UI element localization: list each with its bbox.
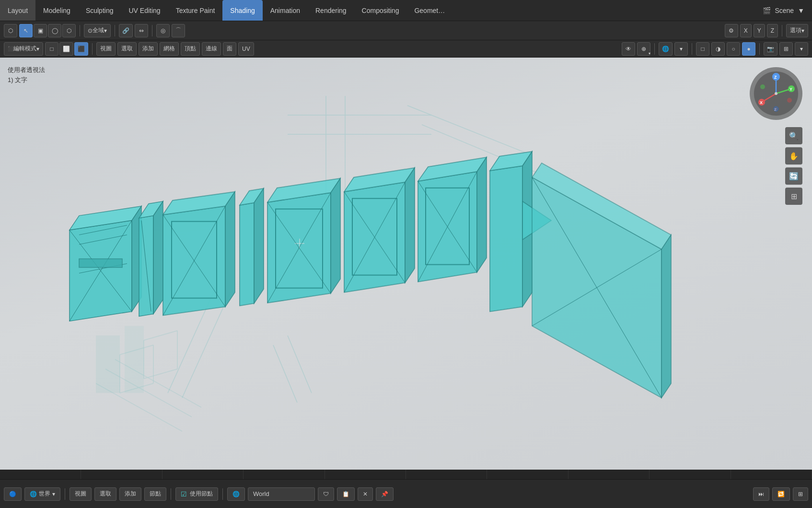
editor-type-btn[interactable]: ⬡ [4,24,17,37]
viewport-eye-btn[interactable]: 👁 [622,42,635,56]
mirror-btn[interactable]: ⇔ [135,24,148,37]
svg-marker-23 [153,201,163,314]
viewport-right-buttons: 🔍 ✋ 🔄 ⊞ [785,127,802,205]
options-btn[interactable]: 選項 ▾ [786,24,808,37]
vertex-btn[interactable]: 頂點 [181,42,200,56]
grid-col-7 [487,470,568,479]
xyz-x-btn[interactable]: X [740,24,752,37]
xyz-z-btn[interactable]: Z [767,24,778,37]
add-btn[interactable]: 添加 [139,42,158,56]
select-cursor-btn[interactable]: ↖ [19,24,33,37]
more-btn[interactable]: ▾ [795,42,808,56]
select-btn[interactable]: 選取 [117,42,137,56]
svg-marker-27 [225,192,235,307]
viewport-overlay-btn[interactable]: ⊕ ▾ [637,42,650,56]
copy-btn[interactable]: 📋 [337,487,355,501]
bottom-node-btn[interactable]: 節點 [144,487,166,501]
toolbar-row1: ⬡ ↖ ▣ ◯ ⬡ ⊙ 全域 ▾ 🔗 ⇔ ◎ ⌒ ⚙ X Y Z 選項 ▾ [0,21,812,40]
view-btn[interactable]: 視圖 [96,42,116,56]
sep7 [692,43,692,55]
shading-render-btn[interactable]: ● [742,42,755,56]
grid-timeline-area [0,470,812,479]
pan-view-btn[interactable]: ✋ [785,147,802,165]
shading-solid-btn[interactable]: ◑ [711,42,725,56]
shading-mat-btn[interactable]: ○ [727,42,740,56]
main-viewport[interactable]: 使用者透視法 1) 文字 [0,58,812,479]
world-name-text: World [253,490,269,497]
bottom-sep3 [222,488,223,500]
pin-btn[interactable]: 📌 [376,487,394,501]
scene-button[interactable]: 🎬 Scene ▼ [763,7,812,14]
svg-marker-67 [144,331,177,378]
grid-toggle-btn[interactable]: ⊞ [779,42,793,56]
world-sphere-btn[interactable]: 🌐 世界 ▾ [24,487,60,501]
menu-item-geomet[interactable]: Geomet… [406,0,452,21]
edit-mode-dropdown[interactable]: ⬛ 編輯模式 ▾ [4,42,43,56]
svg-line-6 [273,345,297,402]
mesh-display-group: □ ⬜ ⬛ [45,42,88,56]
proportional-edit-btn[interactable]: ⊙ 全域 ▾ [84,24,111,37]
face-mode-btn[interactable]: ⬛ [74,42,88,56]
edge-btn[interactable]: 邊線 [202,42,221,56]
svg-text:Z: Z [774,107,777,112]
use-nodes-label: 使用節點 [190,490,213,498]
top-menu-bar: Layout Modeling Sculpting UV Editing Tex… [0,0,812,21]
sep6 [654,43,655,55]
sep8 [759,43,760,55]
grid-col-6 [406,470,487,479]
uv-btn[interactable]: UV [238,42,254,56]
gizmo-btn[interactable]: ⚙ [725,24,738,37]
menu-item-sculpting[interactable]: Sculpting [78,0,121,21]
mesh-btn[interactable]: 網格 [160,42,179,56]
select-box-btn[interactable]: ▣ [34,24,47,37]
menu-item-uv-editing[interactable]: UV Editing [121,0,168,21]
shield-btn[interactable]: 🛡 [318,487,334,501]
world-label: 世界 [39,490,50,498]
edge-mode-btn[interactable]: ⬜ [59,42,73,56]
perspective-label: 使用者透視法 [8,65,45,75]
bottom-view-btn[interactable]: 視圖 [70,487,92,501]
falloff-btn[interactable]: ⌒ [172,24,185,37]
world-name-input[interactable]: World [248,487,315,501]
menu-item-rendering[interactable]: Rendering [308,0,354,21]
select-circle-btn[interactable]: ◯ [48,24,61,37]
grid-col-2 [81,470,162,479]
vertex-mode-btn[interactable]: □ [45,42,58,56]
snap-btn[interactable]: 🔗 [119,24,133,37]
menu-item-modeling[interactable]: Modeling [35,0,78,21]
pivot-btn[interactable]: ◎ [156,24,170,37]
viewport-shading-arrow[interactable]: ▾ [674,42,688,56]
toolbar-row2: ⬛ 編輯模式 ▾ □ ⬜ ⬛ 視圖 選取 添加 網格 頂點 邊線 面 UV 👁 … [0,40,812,58]
camera-btn[interactable]: 📷 [764,42,777,56]
menu-item-compositing[interactable]: Compositing [354,0,407,21]
close-btn[interactable]: ✕ [358,487,373,501]
xyz-y-btn[interactable]: Y [754,24,765,37]
more-settings-btn[interactable]: ⊞ [793,487,808,501]
svg-text:Z: Z [774,75,777,80]
face-btn[interactable]: 面 [223,42,236,56]
viewport-info: 使用者透視法 1) 文字 [8,65,45,85]
toggle-grid-btn[interactable]: ⊞ [785,188,802,205]
svg-marker-44 [405,168,415,283]
shading-wire-btn[interactable]: □ [696,42,709,56]
zoom-to-fit-btn[interactable]: 🔍 [785,127,802,144]
timeline-jump-btn[interactable]: ⏭ [753,487,769,501]
menu-item-shading[interactable]: Shading [222,0,262,21]
orbit-btn[interactable]: 🔄 [785,167,802,185]
use-nodes-checkbox[interactable]: ☑ 使用節點 [175,487,218,501]
svg-marker-31 [240,203,254,306]
menu-item-texture-paint[interactable]: Texture Paint [168,0,223,21]
svg-rect-20 [79,259,122,268]
select-lasso-btn[interactable]: ⬡ [62,24,76,37]
bottom-select-btn[interactable]: 選取 [94,487,116,501]
viewport-shading-btn[interactable]: 🌐 [659,42,673,56]
bottom-panel: 🔵 🌐 世界 ▾ 視圖 選取 添加 節點 ☑ 使用節點 🌐 World 🛡 📋 … [0,479,812,508]
bottom-add-btn[interactable]: 添加 [119,487,141,501]
world-icon-btn[interactable]: 🌐 [227,487,245,501]
editor-type-bottom-btn[interactable]: 🔵 [4,487,22,501]
menu-item-layout[interactable]: Layout [0,0,35,21]
loop-btn[interactable]: 🔁 [772,487,790,501]
bottom-sep1 [65,488,65,500]
navigation-gizmo[interactable]: X Y Z Z [750,67,802,120]
menu-item-animation[interactable]: Animation [263,0,308,21]
